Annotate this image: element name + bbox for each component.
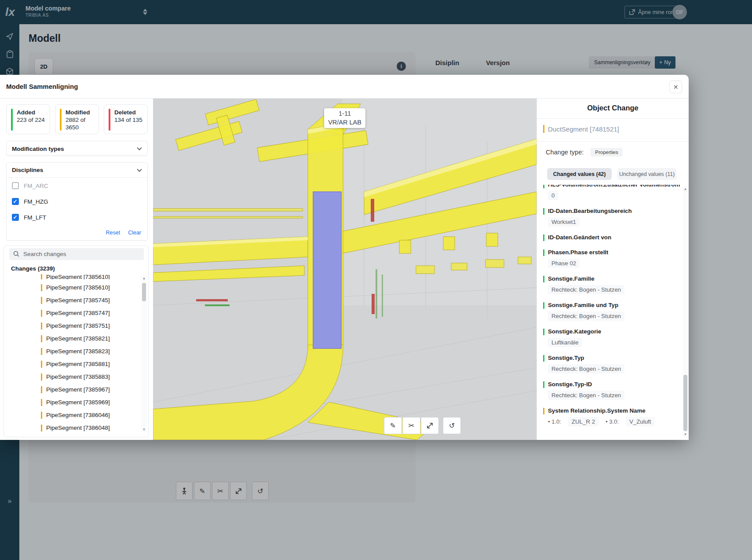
version-value: V_Zuluft: [626, 417, 655, 426]
property-value: Workset1: [548, 217, 580, 227]
checkbox[interactable]: [12, 214, 19, 221]
measure-button[interactable]: ✎: [384, 417, 402, 434]
change-list-item[interactable]: PipeSegment [7385821]: [4, 332, 141, 345]
modified-color-bar: [41, 399, 42, 406]
added-color-bar: [543, 276, 544, 282]
expand-diagonal-icon: [427, 422, 433, 429]
disciplines-label: Disciplines: [12, 167, 43, 173]
property-name: Sonstige.Typ: [548, 354, 584, 362]
checkbox[interactable]: [12, 198, 19, 205]
selected-object-row[interactable]: DuctSegment [7481521]: [543, 125, 619, 133]
change-type-badge: Properties: [591, 148, 622, 157]
property-name: ID-Daten.Bearbeitungsbereich: [548, 207, 632, 215]
tab-unchanged-values[interactable]: Unchanged values (11): [617, 168, 676, 180]
3d-duct-scene: [153, 99, 537, 440]
room-number: 1-11: [339, 110, 351, 118]
change-list-item[interactable]: PipeSegment [7385967]: [4, 383, 141, 396]
close-icon: ✕: [673, 84, 679, 91]
modified-color-bar: [41, 284, 42, 291]
expand-button[interactable]: [421, 417, 439, 434]
object-change-title: Object Change: [537, 104, 689, 112]
modified-color-bar: [41, 297, 42, 304]
close-button[interactable]: ✕: [669, 81, 682, 93]
stat-label: Modified: [66, 109, 95, 116]
change-list-item[interactable]: PipeSegment [7385745]: [4, 294, 141, 307]
modification-types-header[interactable]: Modification types: [7, 141, 147, 156]
scrollbar-thumb[interactable]: [142, 283, 146, 301]
tab-changed-values[interactable]: Changed values (42): [547, 168, 612, 180]
property-value: Rechteck: Bogen - Stutzen: [548, 364, 624, 373]
modified-color-bar: [543, 125, 544, 133]
stat-value: 134 of 135: [114, 116, 143, 124]
property-item[interactable]: Sonstige.Kategorie Luftkanäle: [543, 328, 682, 347]
property-item-system-name[interactable]: System Relationship.System Name • 1.0: Z…: [543, 407, 682, 426]
change-list-item[interactable]: PipeSegment [7386046]: [4, 409, 141, 421]
stat-card[interactable]: Modified 2882 of 3650: [55, 104, 99, 134]
scroll-down-icon[interactable]: ▼: [141, 427, 147, 432]
scroll-up-icon[interactable]: ▲: [683, 187, 688, 192]
added-color-bar: [543, 302, 544, 309]
stat-card[interactable]: Added 223 of 224: [6, 104, 50, 134]
discipline-list: FM_ARC FM_HZG FM_LFT: [7, 178, 147, 225]
property-list: HLS-Volumenstrom.Zusätzlicher Volumenstr…: [543, 185, 682, 437]
stat-card[interactable]: Deleted 134 of 135: [104, 104, 148, 134]
search-icon: [13, 251, 19, 257]
modified-color-bar: [41, 361, 42, 368]
stat-color-bar: [60, 109, 62, 131]
version-key: • 3.0:: [606, 418, 619, 425]
property-item[interactable]: HLS-Volumenstrom.Zusätzlicher Volumenstr…: [543, 185, 682, 200]
scroll-down-icon[interactable]: ▼: [683, 432, 688, 437]
changes-scrollbar[interactable]: ▲ ▼: [141, 276, 147, 432]
rotate-ccw-icon: ↺: [449, 421, 455, 430]
discipline-checkbox-row[interactable]: FM_LFT: [7, 209, 147, 225]
change-list-item[interactable]: PipeSegment [7385747]: [4, 307, 141, 319]
change-list-item[interactable]: PipeSegment [7386048]: [4, 421, 141, 434]
3d-viewer[interactable]: 1-11 VR/AR LAB ✎ ✂ ↺: [153, 99, 537, 440]
added-color-bar: [543, 249, 544, 256]
viewer-toolbar: ✎ ✂ ↺: [384, 417, 461, 434]
property-item[interactable]: Phasen.Phase erstellt Phase 02: [543, 249, 682, 268]
modified-color-bar: [41, 373, 42, 381]
property-item[interactable]: Sonstige.Familie und Typ Rechteck: Bogen…: [543, 301, 682, 321]
modified-color-bar: [41, 386, 42, 393]
modified-color-bar: [41, 348, 42, 355]
modified-color-bar: [41, 322, 42, 329]
version-key: • 1.0:: [548, 418, 561, 425]
selected-duct-segment: [313, 192, 341, 348]
change-item-label: PipeSegment [7385751]: [46, 322, 110, 329]
change-list-item[interactable]: PipeSegment [7385751]: [4, 319, 141, 332]
property-item[interactable]: ID-Daten.Bearbeitungsbereich Workset1: [543, 207, 682, 227]
change-item-label: PipeSegment [7385823]: [46, 348, 110, 355]
checkbox[interactable]: [12, 182, 19, 189]
disciplines-header[interactable]: Disciplines: [7, 163, 147, 178]
room-name: VR/AR LAB: [328, 118, 361, 127]
modified-color-bar: [41, 335, 42, 342]
reset-link[interactable]: Reset: [106, 230, 120, 236]
property-item[interactable]: Sonstige.Familie Rechteck: Bogen - Stutz…: [543, 275, 682, 294]
property-item[interactable]: ID-Daten.Geändert von: [543, 234, 682, 242]
property-name: Sonstige.Familie: [548, 275, 595, 283]
stat-label: Deleted: [114, 109, 143, 116]
clear-link[interactable]: Clear: [128, 230, 141, 236]
room-label: 1-11 VR/AR LAB: [324, 108, 365, 128]
stat-label: Added: [17, 109, 46, 116]
change-type-label: Change type:: [546, 149, 584, 156]
change-list-item[interactable]: PipeSegment [7385969]: [4, 396, 141, 409]
divider: [537, 118, 689, 119]
version-value: ZUL_R 2: [568, 417, 599, 426]
discipline-checkbox-row[interactable]: FM_ARC: [7, 178, 147, 194]
property-value: Luftkanäle: [548, 338, 582, 347]
section-cut-button[interactable]: ✂: [402, 417, 420, 434]
properties-scrollbar[interactable]: ▲ ▼: [683, 187, 688, 437]
property-item[interactable]: Sonstige.Typ Rechteck: Bogen - Stutzen: [543, 354, 682, 373]
discipline-checkbox-row[interactable]: FM_HZG: [7, 194, 147, 209]
change-list-item[interactable]: PipeSegment [7385610]: [4, 281, 141, 294]
change-list-item[interactable]: PipeSegment [7385883]: [4, 370, 141, 383]
change-list-item[interactable]: PipeSegment [7385881]: [4, 358, 141, 370]
property-item[interactable]: Sonstige.Typ-ID Rechteck: Bogen - Stutze…: [543, 381, 682, 400]
scroll-up-icon[interactable]: ▲: [141, 276, 147, 281]
scrollbar-thumb[interactable]: [683, 375, 687, 431]
search-changes-input[interactable]: [23, 248, 141, 260]
change-list-item[interactable]: PipeSegment [7385823]: [4, 345, 141, 358]
reset-view-button[interactable]: ↺: [443, 417, 461, 434]
